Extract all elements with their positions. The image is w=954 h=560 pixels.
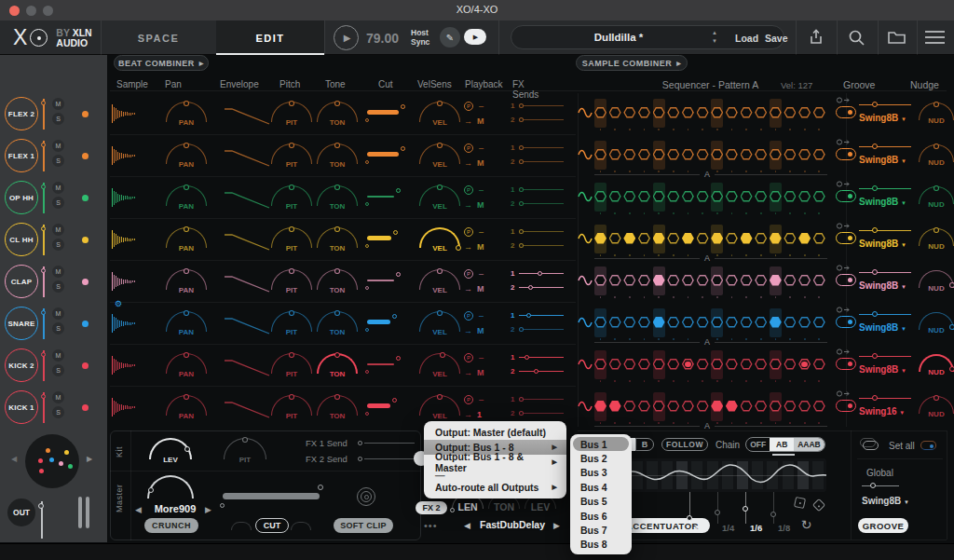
- preset-spinner[interactable]: ▲▼: [712, 29, 717, 46]
- step-15[interactable]: [798, 401, 811, 412]
- track-gear-route-icon[interactable]: [836, 389, 851, 398]
- track-gear-route-icon[interactable]: [836, 180, 851, 188]
- step-8[interactable]: [697, 191, 709, 202]
- track-enable-toggle[interactable]: [836, 400, 856, 412]
- menu-item[interactable]: Output: Bus 1 - 8 & Master▶: [424, 455, 566, 470]
- fx-len-knob[interactable]: LEN: [452, 501, 484, 512]
- mute-button[interactable]: M: [52, 349, 64, 362]
- pause-bar-left[interactable]: [78, 497, 82, 528]
- track-enable-toggle[interactable]: [836, 316, 856, 328]
- step-12[interactable]: [755, 275, 767, 286]
- set-all-color-toggle-icon[interactable]: [920, 441, 936, 450]
- soft-clip-button[interactable]: SOFT CLIP: [334, 518, 393, 533]
- cut-control[interactable]: [365, 143, 416, 168]
- chain-mode-off[interactable]: OFF: [746, 438, 770, 451]
- cut-control[interactable]: [365, 353, 416, 377]
- tone-knob[interactable]: TON: [317, 102, 358, 131]
- mute-button[interactable]: M: [52, 98, 64, 110]
- channel-pad-button[interactable]: CL HH: [5, 223, 38, 256]
- step-2-filled[interactable]: [609, 401, 621, 412]
- master-model-name[interactable]: More909: [147, 503, 203, 514]
- tab-edit[interactable]: EDIT: [216, 20, 324, 55]
- wave-icon[interactable]: [578, 358, 593, 371]
- track-enable-toggle[interactable]: [836, 148, 856, 160]
- output-route-value[interactable]: M: [477, 368, 484, 377]
- step-3[interactable]: [623, 191, 635, 202]
- track-enable-toggle[interactable]: [836, 274, 856, 286]
- cut-control[interactable]: [365, 185, 416, 210]
- nudge-knob[interactable]: NUD: [919, 228, 954, 255]
- step-3[interactable]: [623, 107, 635, 118]
- mute-button[interactable]: M: [52, 140, 64, 152]
- step-12[interactable]: [755, 317, 767, 328]
- channel-pad-button[interactable]: FLEX 1: [5, 139, 38, 172]
- step-4[interactable]: [638, 233, 650, 244]
- division-slider-1-4[interactable]: [717, 492, 718, 524]
- step-6[interactable]: [667, 107, 679, 118]
- nudge-knob[interactable]: NUD: [919, 354, 954, 381]
- step-6[interactable]: [667, 149, 679, 160]
- step-8[interactable]: [697, 317, 709, 328]
- step-14[interactable]: [784, 191, 796, 202]
- swing-amount-slider[interactable]: [859, 272, 911, 273]
- fx-send-2[interactable]: 2: [511, 157, 570, 168]
- cut-control[interactable]: [365, 269, 416, 294]
- fx-send-2[interactable]: 2: [511, 198, 570, 210]
- output-route-value[interactable]: M: [477, 116, 484, 126]
- swing-type-dropdown[interactable]: Swing8B ▼: [859, 197, 906, 207]
- step-7[interactable]: [682, 317, 694, 328]
- nudge-knob[interactable]: NUD: [919, 102, 954, 130]
- step-15[interactable]: [798, 317, 811, 328]
- track-gear-route-icon[interactable]: [836, 96, 851, 104]
- solo-button[interactable]: S: [52, 239, 64, 251]
- wave-icon[interactable]: [578, 400, 593, 413]
- step-10[interactable]: [726, 233, 738, 244]
- mute-button[interactable]: M: [52, 266, 64, 278]
- submenu-item-bus-3[interactable]: Bus 3: [573, 466, 629, 480]
- fx-send-2[interactable]: 2: [511, 366, 570, 377]
- step-4[interactable]: [638, 191, 650, 202]
- step-8[interactable]: [697, 275, 709, 286]
- fx-send-1[interactable]: 1: [511, 268, 570, 280]
- step-4[interactable]: [638, 317, 650, 328]
- kit-fx2-send-knob[interactable]: [358, 457, 362, 461]
- crunch-button[interactable]: CRUNCH: [144, 518, 198, 533]
- cut-control[interactable]: [365, 395, 416, 419]
- pan-knob[interactable]: PAN: [166, 227, 207, 257]
- swing-type-dropdown[interactable]: Swing8B ▼: [859, 322, 906, 333]
- submenu-item-bus-6[interactable]: Bus 6: [573, 509, 629, 523]
- step-16[interactable]: [813, 191, 825, 202]
- step-3[interactable]: [623, 401, 635, 412]
- kit-level-knob[interactable]: LEV: [149, 438, 192, 469]
- sample-waveform[interactable]: [112, 227, 138, 252]
- step-2[interactable]: [609, 359, 621, 370]
- step-11[interactable]: [741, 191, 753, 202]
- channel-pad-button[interactable]: KICK 1: [5, 390, 38, 424]
- playback-control[interactable]: P–→M: [464, 267, 509, 297]
- channel-volume-knob[interactable]: [41, 226, 46, 231]
- step-12[interactable]: [755, 107, 767, 118]
- envelope-shape[interactable]: [222, 146, 272, 169]
- step-11[interactable]: [741, 275, 753, 286]
- pan-knob[interactable]: PAN: [166, 102, 207, 131]
- step-6[interactable]: [667, 233, 679, 244]
- step-2[interactable]: [609, 233, 621, 244]
- wave-icon[interactable]: [578, 190, 593, 203]
- step-2[interactable]: [609, 191, 621, 202]
- nudge-knob[interactable]: NUD: [919, 270, 954, 297]
- fx-send-1[interactable]: 1: [511, 143, 570, 154]
- step-7[interactable]: [682, 275, 694, 286]
- step-6[interactable]: [667, 275, 679, 286]
- step-16[interactable]: [813, 317, 825, 328]
- step-14[interactable]: [784, 317, 796, 328]
- step-10[interactable]: [726, 149, 738, 160]
- chain-mode-ab[interactable]: AB: [770, 438, 793, 451]
- bpm-display[interactable]: 79.00: [366, 31, 399, 46]
- swing-type-dropdown[interactable]: Swing16 ▼: [859, 406, 905, 417]
- pad-sample-dot[interactable]: [64, 450, 69, 455]
- step-6[interactable]: [667, 401, 679, 412]
- menu-item[interactable]: Auto-route all Outputs▶: [424, 480, 566, 495]
- sample-combiner-button[interactable]: SAMPLE COMBINER▶: [576, 55, 688, 71]
- pitch-knob[interactable]: PIT: [271, 395, 312, 425]
- nudge-knob[interactable]: NUD: [919, 396, 954, 423]
